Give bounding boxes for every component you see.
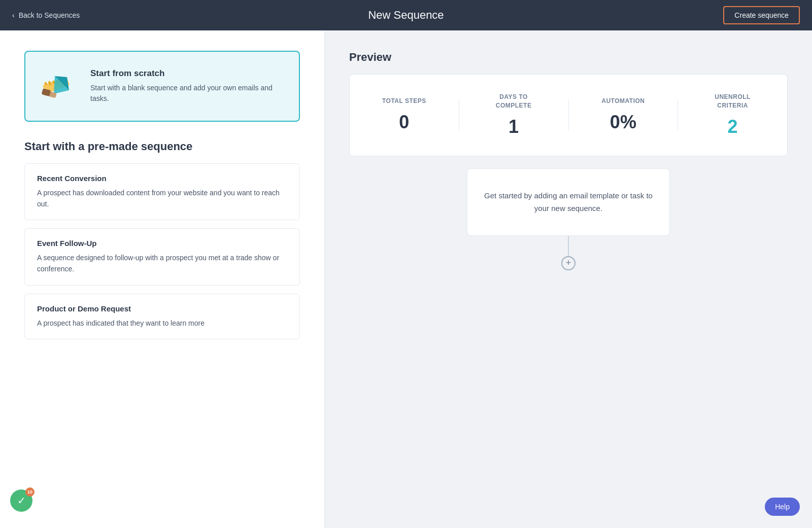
stat-days-to-complete: DAYS TOCOMPLETE 1 bbox=[459, 93, 568, 137]
checkmark-icon: ✓ bbox=[17, 495, 26, 507]
unenroll-value: 2 bbox=[678, 116, 787, 137]
stat-unenroll-criteria: UNENROLLCRITERIA 2 bbox=[678, 93, 787, 137]
start-from-scratch-card[interactable]: Start from scratch Start with a blank se… bbox=[24, 51, 300, 122]
total-steps-label: TOTAL STEPS bbox=[350, 97, 459, 105]
add-step-button[interactable]: + bbox=[561, 256, 576, 270]
app-header: ‹ Back to Sequences New Sequence Create … bbox=[0, 0, 812, 30]
scratch-text: Start from scratch Start with a blank se… bbox=[90, 68, 285, 104]
automation-value: 0% bbox=[569, 112, 678, 133]
help-button[interactable]: Help bbox=[765, 498, 800, 516]
sequence-title-2: Product or Demo Request bbox=[37, 304, 287, 313]
scratch-title: Start from scratch bbox=[90, 68, 285, 79]
stat-total-steps: TOTAL STEPS 0 bbox=[350, 97, 459, 133]
notification-count: 10 bbox=[25, 487, 35, 497]
back-to-sequences-link[interactable]: ‹ Back to Sequences bbox=[12, 11, 80, 19]
stat-automation: AUTOMATION 0% bbox=[569, 97, 678, 133]
create-sequence-button[interactable]: Create sequence bbox=[723, 6, 800, 24]
sequence-title-1: Event Follow-Up bbox=[37, 239, 287, 248]
stats-card: TOTAL STEPS 0 DAYS TOCOMPLETE 1 AUTOMATI… bbox=[349, 74, 788, 156]
scratch-description: Start with a blank sequence and add your… bbox=[90, 83, 285, 104]
sequence-card-recent-conversion[interactable]: Recent Conversion A prospect has downloa… bbox=[24, 163, 300, 220]
sequence-card-product-demo[interactable]: Product or Demo Request A prospect has i… bbox=[24, 294, 300, 340]
automation-label: AUTOMATION bbox=[569, 97, 678, 105]
right-panel: Preview TOTAL STEPS 0 DAYS TOCOMPLETE 1 … bbox=[325, 30, 812, 528]
left-panel: Start from scratch Start with a blank se… bbox=[0, 30, 325, 528]
scratch-icon bbox=[40, 66, 80, 107]
back-arrow-icon: ‹ bbox=[12, 11, 15, 19]
days-value: 1 bbox=[459, 116, 568, 137]
back-link-label: Back to Sequences bbox=[19, 11, 80, 19]
sequence-title-0: Recent Conversion bbox=[37, 174, 287, 183]
connector-line bbox=[568, 236, 569, 256]
preview-title: Preview bbox=[349, 51, 788, 64]
sequence-desc-1: A sequence designed to follow-up with a … bbox=[37, 253, 287, 274]
sequence-desc-0: A prospect has downloaded content from y… bbox=[37, 188, 287, 209]
get-started-card: Get started by adding an email template … bbox=[467, 168, 670, 236]
total-steps-value: 0 bbox=[350, 112, 459, 133]
sequence-card-event-followup[interactable]: Event Follow-Up A sequence designed to f… bbox=[24, 228, 300, 285]
main-layout: Start from scratch Start with a blank se… bbox=[0, 30, 812, 528]
connector: Get started by adding an email template … bbox=[349, 168, 788, 270]
page-title: New Sequence bbox=[368, 9, 444, 22]
get-started-text: Get started by adding an email template … bbox=[484, 189, 653, 215]
notification-badge[interactable]: ✓ 10 bbox=[10, 489, 32, 512]
unenroll-label: UNENROLLCRITERIA bbox=[678, 93, 787, 110]
premade-section-title: Start with a pre-made sequence bbox=[24, 140, 300, 153]
days-label: DAYS TOCOMPLETE bbox=[459, 93, 568, 110]
sequence-desc-2: A prospect has indicated that they want … bbox=[37, 318, 287, 329]
